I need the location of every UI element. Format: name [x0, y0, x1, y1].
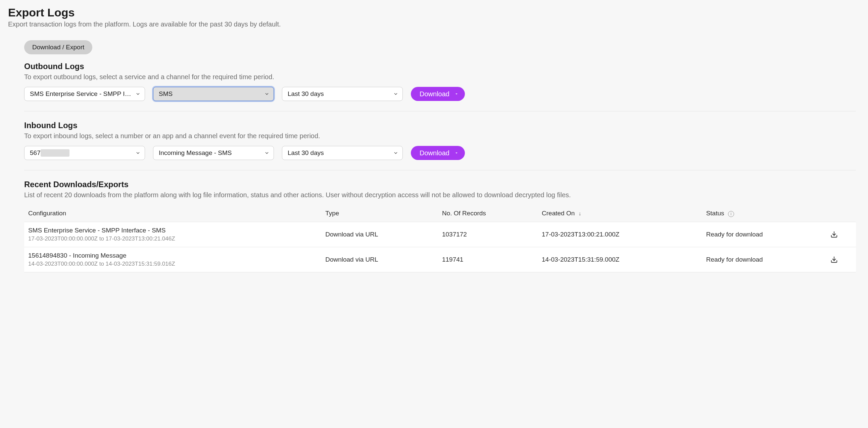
- cell-records: 1037172: [438, 222, 538, 247]
- inbound-event-value: Incoming Message - SMS: [159, 149, 232, 157]
- col-created-label: Created On: [542, 210, 575, 217]
- inbound-period-value: Last 30 days: [288, 149, 324, 157]
- col-type[interactable]: Type: [321, 205, 438, 222]
- chevron-down-icon: [264, 150, 270, 156]
- chevron-down-icon: [393, 91, 398, 97]
- inbound-download-button[interactable]: Download: [411, 146, 465, 160]
- cell-created: 17-03-2023T13:00:21.000Z: [538, 222, 702, 247]
- inbound-event-select[interactable]: Incoming Message - SMS: [153, 146, 274, 160]
- cell-action: [826, 222, 856, 247]
- page-subtitle: Export transaction logs from the platfor…: [8, 21, 860, 28]
- inbound-controls: 567 Incoming Message - SMS Last 30 days …: [24, 146, 856, 160]
- chevron-down-icon: [264, 91, 270, 97]
- config-sub: 14-03-2023T00:00:00.000Z to 14-03-2023T1…: [28, 261, 317, 267]
- cell-status: Ready for download: [702, 222, 826, 247]
- col-status-label: Status: [706, 210, 724, 217]
- info-icon[interactable]: i: [728, 211, 734, 217]
- col-records[interactable]: No. Of Records: [438, 205, 538, 222]
- cell-type: Download via URL: [321, 222, 438, 247]
- chevron-down-icon: [135, 91, 141, 97]
- recent-desc: List of recent 20 downloads from the pla…: [24, 191, 856, 199]
- inbound-title: Inbound Logs: [24, 121, 856, 130]
- config-main: SMS Enterprise Service - SMPP Interface …: [28, 227, 317, 234]
- config-main: 15614894830 - Incoming Message: [28, 252, 317, 259]
- col-actions: [826, 205, 856, 222]
- download-label: Download: [420, 90, 450, 98]
- outbound-controls: SMS Enterprise Service - SMPP Interface …: [24, 87, 856, 101]
- table-row: 15614894830 - Incoming Message14-03-2023…: [24, 247, 856, 272]
- cell-type: Download via URL: [321, 247, 438, 272]
- outbound-period-select[interactable]: Last 30 days: [282, 87, 403, 101]
- redacted-number: [41, 149, 69, 157]
- cell-action: [826, 247, 856, 272]
- outbound-service-value: SMS Enterprise Service - SMPP Interface: [30, 90, 131, 98]
- download-label: Download: [420, 149, 450, 157]
- outbound-desc: To export outbound logs, select a servic…: [24, 73, 856, 81]
- recent-table: Configuration Type No. Of Records Create…: [24, 205, 856, 272]
- inbound-number-select[interactable]: 567: [24, 146, 145, 160]
- chevron-down-icon: [135, 150, 141, 156]
- inbound-desc: To export inbound logs, select a number …: [24, 132, 856, 140]
- divider: [24, 111, 856, 111]
- outbound-service-select[interactable]: SMS Enterprise Service - SMPP Interface: [24, 87, 145, 101]
- download-icon[interactable]: [830, 231, 852, 238]
- cell-records: 119741: [438, 247, 538, 272]
- divider: [24, 170, 856, 170]
- cell-status: Ready for download: [702, 247, 826, 272]
- outbound-channel-select[interactable]: SMS: [153, 87, 274, 101]
- cell-configuration: SMS Enterprise Service - SMPP Interface …: [24, 222, 321, 247]
- outbound-download-button[interactable]: Download: [411, 87, 465, 101]
- chevron-down-icon: [393, 150, 398, 156]
- caret-down-icon: [454, 92, 459, 96]
- outbound-title: Outbound Logs: [24, 62, 856, 71]
- recent-title: Recent Downloads/Exports: [24, 180, 856, 189]
- inbound-number-value: 567: [30, 149, 69, 157]
- col-configuration[interactable]: Configuration: [24, 205, 321, 222]
- outbound-channel-value: SMS: [159, 90, 173, 98]
- caret-down-icon: [454, 151, 459, 155]
- inbound-number-prefix: 567: [30, 149, 41, 156]
- download-icon[interactable]: [830, 256, 852, 263]
- sort-desc-icon: ↓: [579, 211, 581, 216]
- page-title: Export Logs: [8, 6, 860, 19]
- config-sub: 17-03-2023T00:00:00.000Z to 17-03-2023T1…: [28, 235, 317, 242]
- outbound-period-value: Last 30 days: [288, 90, 324, 98]
- cell-created: 14-03-2023T15:31:59.000Z: [538, 247, 702, 272]
- table-row: SMS Enterprise Service - SMPP Interface …: [24, 222, 856, 247]
- tab-download-export[interactable]: Download / Export: [24, 40, 92, 54]
- col-created[interactable]: Created On ↓: [538, 205, 702, 222]
- cell-configuration: 15614894830 - Incoming Message14-03-2023…: [24, 247, 321, 272]
- inbound-period-select[interactable]: Last 30 days: [282, 146, 403, 160]
- col-status[interactable]: Status i: [702, 205, 826, 222]
